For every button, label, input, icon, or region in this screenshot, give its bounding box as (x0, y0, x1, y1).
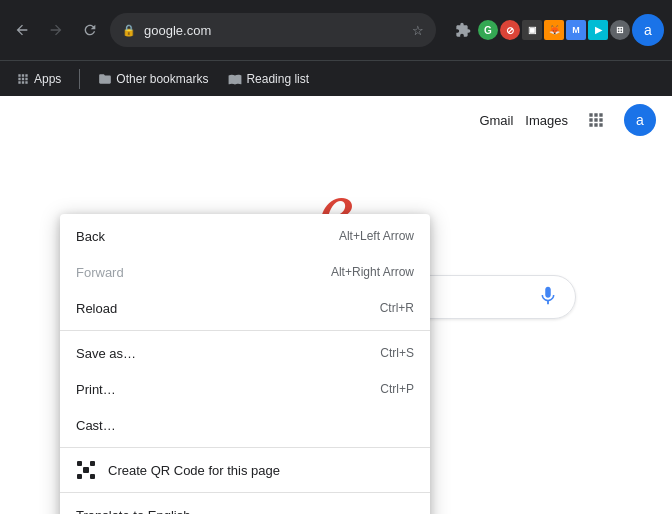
qr-icon (76, 460, 96, 480)
save-as-shortcut: Ctrl+S (380, 346, 414, 360)
google-header: Gmail Images a (0, 96, 672, 144)
context-menu-cast[interactable]: Cast… (60, 407, 430, 443)
forward-label: Forward (76, 265, 319, 280)
extensions-puzzle-icon[interactable] (450, 17, 476, 43)
print-label: Print… (76, 382, 368, 397)
context-menu-print[interactable]: Print… Ctrl+P (60, 371, 430, 407)
apps-label: Apps (34, 72, 61, 86)
bookmark-star-icon[interactable]: ☆ (412, 23, 424, 38)
forward-button[interactable] (42, 16, 70, 44)
context-menu-reload[interactable]: Reload Ctrl+R (60, 290, 430, 326)
qr-label: Create QR Code for this page (108, 463, 414, 478)
context-menu-back[interactable]: Back Alt+Left Arrow (60, 218, 430, 254)
images-link[interactable]: Images (525, 113, 568, 128)
other-bookmarks-label: Other bookmarks (116, 72, 208, 86)
reading-list-label: Reading list (246, 72, 309, 86)
apps-bookmark[interactable]: Apps (8, 68, 69, 90)
ext-red-icon[interactable]: ⊘ (500, 20, 520, 40)
ext-google-icon[interactable]: G (478, 20, 498, 40)
address-bar[interactable]: 🔒 google.com ☆ (110, 13, 436, 47)
reload-shortcut: Ctrl+R (380, 301, 414, 315)
forward-shortcut: Alt+Right Arrow (331, 265, 414, 279)
user-avatar-page[interactable]: a (624, 104, 656, 136)
reload-label: Reload (76, 301, 368, 316)
menu-divider-1 (60, 330, 430, 331)
user-avatar[interactable]: a (632, 14, 664, 46)
menu-divider-3 (60, 492, 430, 493)
cast-label: Cast… (76, 418, 414, 433)
translate-label: Translate to English (76, 508, 414, 515)
gmail-link[interactable]: Gmail (479, 113, 513, 128)
context-menu-save-as[interactable]: Save as… Ctrl+S (60, 335, 430, 371)
print-shortcut: Ctrl+P (380, 382, 414, 396)
ext-blue-icon[interactable]: M (566, 20, 586, 40)
lock-icon: 🔒 (122, 24, 136, 37)
context-menu-forward[interactable]: Forward Alt+Right Arrow (60, 254, 430, 290)
ext-orange-icon[interactable]: 🦊 (544, 20, 564, 40)
context-menu: Back Alt+Left Arrow Forward Alt+Right Ar… (60, 214, 430, 514)
ext-puzzle-icon[interactable]: ⊞ (610, 20, 630, 40)
context-menu-qr[interactable]: Create QR Code for this page (60, 452, 430, 488)
browser-toolbar: 🔒 google.com ☆ G ⊘ ▣ 🦊 M ▶ ⊞ a (0, 0, 672, 60)
bookmarks-separator (79, 69, 80, 89)
menu-divider-2 (60, 447, 430, 448)
reading-list[interactable]: Reading list (220, 68, 317, 90)
back-shortcut: Alt+Left Arrow (339, 229, 414, 243)
ext-dark-icon[interactable]: ▣ (522, 20, 542, 40)
other-bookmarks[interactable]: Other bookmarks (90, 68, 216, 90)
mic-button[interactable] (537, 284, 559, 311)
page-area: Gmail Images a e lucky (0, 96, 672, 514)
back-label: Back (76, 229, 327, 244)
back-button[interactable] (8, 16, 36, 44)
bookmarks-bar: Apps Other bookmarks Reading list (0, 60, 672, 96)
url-text: google.com (144, 23, 211, 38)
google-apps-button[interactable] (580, 104, 612, 136)
toolbar-icons: G ⊘ ▣ 🦊 M ▶ ⊞ a (450, 14, 664, 46)
save-as-label: Save as… (76, 346, 368, 361)
ext-teal-icon[interactable]: ▶ (588, 20, 608, 40)
reload-button[interactable] (76, 16, 104, 44)
context-menu-translate[interactable]: Translate to English (60, 497, 430, 514)
